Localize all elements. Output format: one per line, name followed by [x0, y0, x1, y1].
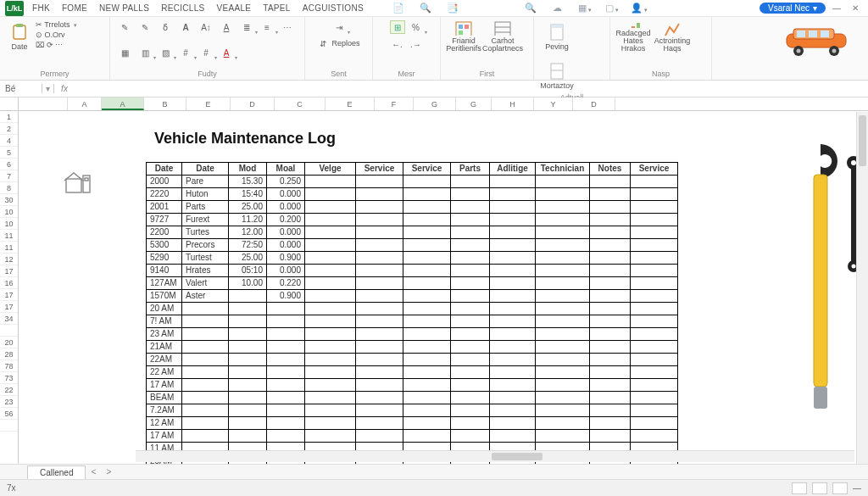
table-cell[interactable] — [590, 417, 631, 430]
table-cell[interactable] — [631, 265, 678, 277]
table-cell[interactable] — [490, 265, 536, 277]
table-cell[interactable] — [403, 201, 451, 214]
table-cell[interactable] — [403, 328, 451, 341]
table-cell[interactable] — [536, 303, 590, 315]
table-cell[interactable] — [536, 188, 590, 201]
column-header[interactable]: H — [492, 98, 534, 110]
table-cell[interactable]: Precors — [182, 239, 229, 252]
table-cell[interactable] — [305, 290, 356, 303]
table-cell[interactable] — [229, 366, 267, 379]
table-cell[interactable]: 20 AM — [147, 303, 182, 315]
table-cell[interactable]: Turtest — [182, 252, 229, 265]
wrap-icon[interactable]: ⇥ — [331, 20, 347, 34]
table-cell[interactable] — [182, 354, 229, 366]
table-cell[interactable] — [490, 226, 536, 239]
table-cell[interactable]: 10.00 — [229, 277, 267, 290]
table-cell[interactable] — [490, 417, 536, 430]
table-cell[interactable] — [403, 315, 451, 328]
cell-icon[interactable]: ▦ — [117, 46, 132, 59]
table-row[interactable]: 21AM — [147, 341, 678, 354]
table-cell[interactable] — [631, 201, 678, 214]
table-row[interactable]: 5300Precors72:500.000 — [147, 239, 678, 252]
namebox-dropdown[interactable]: ▾ — [42, 84, 54, 93]
menu-item[interactable]: RECICLLS — [161, 3, 204, 13]
menu-item[interactable]: FHK — [32, 3, 50, 13]
row-header[interactable]: 20 — [0, 337, 18, 348]
column-header[interactable]: F — [375, 98, 414, 110]
table-cell[interactable] — [631, 392, 678, 404]
row-header[interactable] — [0, 420, 18, 432]
column-header[interactable]: Y — [534, 98, 573, 110]
cloud-icon[interactable]: ☁ — [548, 1, 567, 16]
row-header[interactable]: 17 — [0, 289, 18, 301]
table-cell[interactable] — [590, 188, 631, 201]
table-cell[interactable] — [403, 176, 451, 188]
table-cell[interactable] — [451, 188, 490, 201]
table-cell[interactable] — [590, 404, 631, 417]
table-cell[interactable] — [451, 354, 490, 366]
table-cell[interactable] — [229, 430, 267, 443]
table-cell[interactable] — [229, 417, 267, 430]
table-cell[interactable] — [356, 226, 403, 239]
table-row[interactable]: 2000Pare15.300.250 — [147, 176, 678, 188]
currency-icon[interactable]: ⊞ — [390, 20, 405, 34]
table-cell[interactable]: 72:50 — [229, 239, 267, 252]
search2-icon[interactable]: 🔍 — [521, 1, 540, 16]
table-row[interactable]: 2200Turtes12.000.000 — [147, 226, 678, 239]
search-icon[interactable]: 🔍 — [416, 1, 435, 16]
table-cell[interactable] — [490, 341, 536, 354]
table-cell[interactable] — [451, 201, 490, 214]
clipboard-format[interactable]: ⌧ ⟳ ⋯ — [36, 41, 77, 49]
table-cell[interactable] — [182, 341, 229, 354]
table-cell[interactable] — [356, 265, 403, 277]
table-cell[interactable] — [490, 366, 536, 379]
row-header[interactable]: 23 — [0, 396, 18, 408]
horizontal-scrollbar[interactable] — [136, 450, 854, 462]
menu-item[interactable]: Acguistions — [303, 3, 364, 13]
table-cell[interactable]: 0.000 — [267, 239, 305, 252]
table-cell[interactable] — [305, 366, 356, 379]
table-cell[interactable] — [451, 265, 490, 277]
table-cell[interactable] — [536, 201, 590, 214]
table-cell[interactable] — [403, 404, 451, 417]
table-cell[interactable] — [403, 265, 451, 277]
table-cell[interactable] — [590, 277, 631, 290]
table-cell[interactable] — [536, 239, 590, 252]
table-cell[interactable] — [631, 404, 678, 417]
table-cell[interactable] — [356, 214, 403, 226]
table-cell[interactable] — [267, 354, 305, 366]
paste-button[interactable]: Date — [7, 20, 32, 53]
table-cell[interactable] — [590, 379, 631, 392]
table-cell[interactable] — [451, 366, 490, 379]
table-cell[interactable] — [451, 315, 490, 328]
table-cell[interactable] — [490, 176, 536, 188]
table-cell[interactable] — [403, 354, 451, 366]
table-cell[interactable] — [631, 176, 678, 188]
minimize-button[interactable]: — — [829, 3, 844, 14]
clipboard-cut[interactable]: ✂ Trrelots — [36, 20, 77, 29]
bold-icon[interactable]: A — [178, 20, 193, 34]
row-header[interactable]: 78 — [0, 360, 18, 372]
table-cell[interactable] — [536, 277, 590, 290]
table-cell[interactable] — [590, 239, 631, 252]
table-cell[interactable] — [356, 341, 403, 354]
table-cell[interactable] — [305, 404, 356, 417]
table-cell[interactable] — [267, 417, 305, 430]
table-cell[interactable] — [490, 379, 536, 392]
table-cell[interactable]: 0.000 — [267, 265, 305, 277]
row-header[interactable]: 17 — [0, 301, 18, 313]
table-cell[interactable]: 2001 — [147, 201, 182, 214]
column-header[interactable]: G — [456, 98, 492, 110]
table-cell[interactable] — [403, 303, 451, 315]
table-cell[interactable]: 2220 — [147, 188, 182, 201]
table-cell[interactable]: 05:10 — [229, 265, 267, 277]
table-cell[interactable] — [356, 277, 403, 290]
table-row[interactable]: 7.2AM — [147, 404, 678, 417]
table-cell[interactable] — [631, 354, 678, 366]
column-header[interactable] — [19, 98, 68, 110]
column-header[interactable]: C — [275, 98, 326, 110]
table-cell[interactable] — [590, 315, 631, 328]
sheet[interactable]: AABEDCEFGGHYD Vehicle Maintenance Log Da… — [19, 98, 868, 479]
table-cell[interactable]: Aster — [182, 290, 229, 303]
table-cell[interactable] — [229, 341, 267, 354]
